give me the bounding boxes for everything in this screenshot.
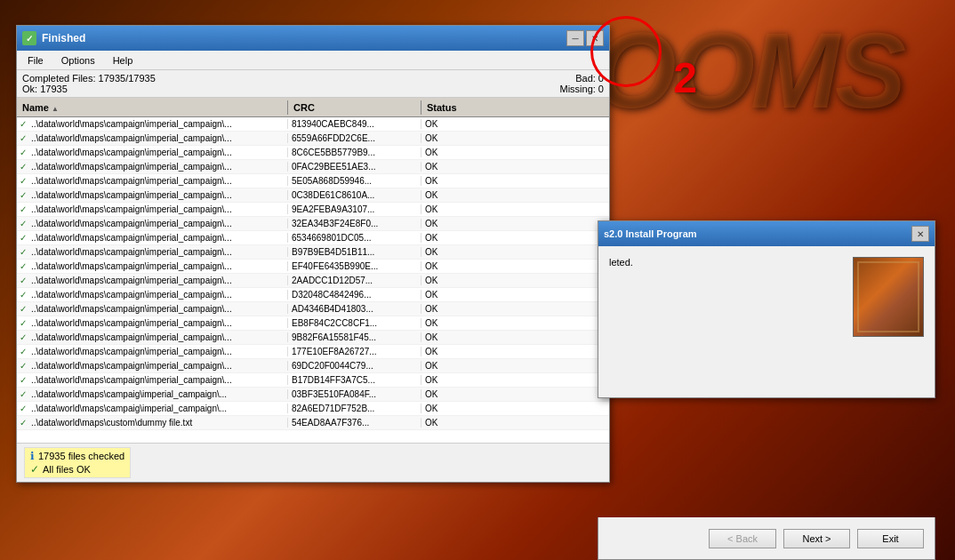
missing-stat: Missing: 0 (559, 84, 604, 94)
row-checkmark: ✓ (17, 332, 29, 342)
install-content: leted. (598, 246, 935, 397)
install-window: s2.0 Install Program ✕ leted. (598, 220, 935, 398)
back-button[interactable]: < Back (709, 529, 776, 548)
row-filepath: ..\data\world\maps\custom\dummy file.txt (29, 418, 288, 428)
next-button[interactable]: Next > (783, 529, 850, 548)
row-filepath: ..\data\world\maps\campaign\imperial_cam… (29, 176, 288, 186)
table-row: ✓ ..\data\world\maps\custom\dummy file.t… (17, 416, 609, 430)
row-checkmark: ✓ (17, 119, 29, 129)
row-crc: 6559A66FDD2C6E... (288, 133, 421, 143)
row-status: OK (421, 389, 609, 399)
row-filepath: ..\data\world\maps\campaign\imperial_cam… (29, 318, 288, 328)
minimize-button[interactable]: ─ (566, 30, 584, 46)
verify-title-area: ✓ Finished (22, 31, 85, 45)
row-checkmark: ✓ (17, 418, 29, 428)
table-row: ✓ ..\data\world\maps\campaign\imperial_c… (17, 288, 609, 302)
row-checkmark: ✓ (17, 404, 29, 413)
row-crc: 03BF3E510FA084F... (288, 389, 421, 399)
row-checkmark: ✓ (17, 233, 29, 243)
table-row: ✓ ..\data\world\maps\campaign\imperial_c… (17, 331, 609, 345)
verify-footer: ℹ 17935 files checked ✓ All files OK (17, 443, 609, 482)
verify-menubar: File Options Help (17, 51, 609, 70)
row-status: OK (421, 162, 609, 172)
sort-arrow-name: ▲ (52, 105, 59, 113)
table-row: ✓ ..\data\world\maps\campaign\imperial_c… (17, 260, 609, 274)
exit-button[interactable]: Exit (857, 529, 924, 548)
row-status: OK (421, 332, 609, 342)
row-checkmark: ✓ (17, 375, 29, 385)
row-crc: B17DB14FF3A7C5... (288, 375, 421, 385)
row-status: OK (421, 190, 609, 200)
table-row: ✓ ..\data\world\maps\campaign\imperial_c… (17, 245, 609, 260)
row-status: OK (421, 176, 609, 186)
menu-options[interactable]: Options (54, 53, 102, 68)
file-list[interactable]: ✓ ..\data\world\maps\campaign\imperial_c… (17, 117, 609, 443)
col-header-name[interactable]: Name ▲ (17, 100, 288, 115)
row-crc: B97B9EB4D51B11... (288, 247, 421, 257)
ok-stat: Ok: 17935 (22, 84, 68, 94)
all-ok-line: ✓ All files OK (30, 463, 124, 476)
row-filepath: ..\data\world\maps\campaign\imperial_cam… (29, 332, 288, 342)
table-row: ✓ ..\data\world\maps\campaign\imperial_c… (17, 203, 609, 217)
row-filepath: ..\data\world\maps\campaign\imperial_cam… (29, 119, 288, 129)
table-row: ✓ ..\data\world\maps\campaign\imperial_c… (17, 146, 609, 160)
menu-file[interactable]: File (20, 53, 51, 68)
row-filepath: ..\data\world\maps\campaign\imperial_cam… (29, 247, 288, 257)
row-status: OK (421, 347, 609, 356)
row-checkmark: ✓ (17, 204, 29, 214)
row-checkmark: ✓ (17, 162, 29, 172)
check-icon: ✓ (30, 463, 39, 476)
row-filepath: ..\data\world\maps\campaign\imperial_cam… (29, 219, 288, 228)
row-checkmark: ✓ (17, 247, 29, 257)
row-checkmark: ✓ (17, 318, 29, 328)
row-crc: 0C38DE61C8610A... (288, 190, 421, 200)
all-ok-text: All files OK (43, 464, 91, 475)
install-close-button[interactable]: ✕ (911, 226, 929, 242)
row-filepath: ..\data\world\maps\campaign\imperial_cam… (29, 233, 288, 243)
row-checkmark: ✓ (17, 389, 29, 399)
table-row: ✓ ..\data\world\maps\campaig\imperial_ca… (17, 402, 609, 416)
table-row: ✓ ..\data\world\maps\campaign\imperial_c… (17, 231, 609, 245)
table-row: ✓ ..\data\world\maps\campaign\imperial_c… (17, 117, 609, 132)
table-row: ✓ ..\data\world\maps\campaign\imperial_c… (17, 316, 609, 331)
row-filepath: ..\data\world\maps\campaign\imperial_cam… (29, 304, 288, 314)
table-row: ✓ ..\data\world\maps\campaign\imperial_c… (17, 174, 609, 188)
install-title: s2.0 Install Program (604, 228, 697, 239)
row-crc: D32048C4842496... (288, 290, 421, 300)
row-status: OK (421, 318, 609, 328)
verify-window-icon: ✓ (22, 31, 36, 45)
row-checkmark: ✓ (17, 361, 29, 371)
table-row: ✓ ..\data\world\maps\campaign\imperial_c… (17, 217, 609, 231)
row-status: OK (421, 418, 609, 428)
row-checkmark: ✓ (17, 190, 29, 200)
bottom-nav: < Back Next > Exit (598, 517, 935, 560)
annotation-number: 2 (673, 53, 697, 102)
col-header-status[interactable]: Status (421, 100, 609, 115)
row-filepath: ..\data\world\maps\campaign\imperial_cam… (29, 133, 288, 143)
row-crc: 2AADCC1D12D57... (288, 276, 421, 285)
verify-window: ✓ Finished ─ ✕ File Options Help Complet… (16, 25, 610, 483)
table-row: ✓ ..\data\world\maps\campaig\imperial_ca… (17, 388, 609, 402)
col-header-crc[interactable]: CRC (288, 100, 421, 115)
files-checked-line: ℹ 17935 files checked (30, 450, 124, 462)
row-status: OK (421, 133, 609, 143)
verify-stats: Completed Files: 17935/17935 Bad: 0 Ok: … (17, 70, 609, 98)
row-status: OK (421, 276, 609, 285)
row-filepath: ..\data\world\maps\campaign\imperial_cam… (29, 276, 288, 285)
table-row: ✓ ..\data\world\maps\campaign\imperial_c… (17, 302, 609, 316)
menu-help[interactable]: Help (106, 53, 140, 68)
table-row: ✓ ..\data\world\maps\campaign\imperial_c… (17, 359, 609, 373)
row-status: OK (421, 148, 609, 157)
row-filepath: ..\data\world\maps\campaign\imperial_cam… (29, 190, 288, 200)
table-row: ✓ ..\data\world\maps\campaign\imperial_c… (17, 373, 609, 388)
row-crc: 6534669801DC05... (288, 233, 421, 243)
row-crc: 8C6CE5BB5779B9... (288, 148, 421, 157)
row-crc: 813940CAEBC849... (288, 119, 421, 129)
verify-window-title: Finished (42, 32, 85, 44)
row-status: OK (421, 119, 609, 129)
row-checkmark: ✓ (17, 347, 29, 356)
row-status: OK (421, 375, 609, 385)
row-crc: AD4346B4D41803... (288, 304, 421, 314)
annotation-circle (590, 16, 662, 87)
completed-files-stat: Completed Files: 17935/17935 (22, 73, 156, 84)
